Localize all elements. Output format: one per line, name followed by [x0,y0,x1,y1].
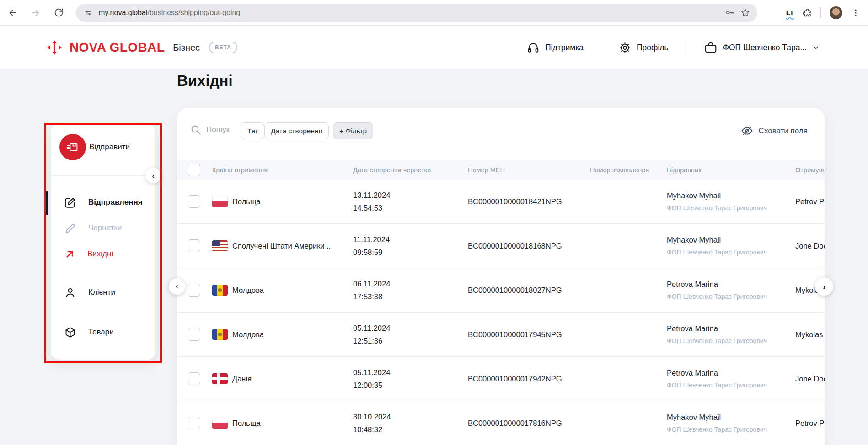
search-icon [190,124,202,136]
table-row[interactable]: Молдова 06.11.2024 17:53:38 BC0000010000… [177,268,825,313]
created-time: 09:58:59 [353,248,390,257]
package-icon [64,326,76,339]
cell-sender: Myhakov Myhail ФОП Шевченко Тарас Григор… [667,413,767,433]
sender-name: Petrova Marina [667,324,767,333]
sidebar-item-drafts[interactable]: Чернетки [64,219,122,237]
country-flag-icon [212,196,228,207]
sender-name: Myhakov Myhail [667,413,767,422]
back-icon[interactable] [7,7,18,18]
chevron-left-icon: ‹ [176,282,178,291]
browser-profile-avatar[interactable] [830,6,842,19]
cell-country: Польща [232,419,261,428]
address-bar[interactable]: my.nova.global/business/shipping/out-goi… [76,4,757,22]
divider [51,175,155,176]
divider [686,37,686,58]
country-flag-icon [212,285,228,296]
row-checkbox[interactable] [188,328,200,341]
scroll-left-button[interactable]: ‹ [169,278,185,295]
app-header: NOVA GLOBAL Бізнес BETA Підтримка Профіл… [0,26,868,69]
sidebar-item-label: Чернетки [88,223,122,233]
url-path: /business/shipping/out-going [147,9,240,16]
cell-country: Молдова [232,286,264,295]
profile-label: Профіль [637,43,669,53]
send-package-icon [66,140,80,154]
table-row[interactable]: Польща 30.10.2024 10:48:32 BC00000100000… [177,401,825,445]
account-label: ФОП Шевченко Тара... [723,43,807,53]
sidebar-item-products[interactable]: Товари [64,323,114,341]
sidebar: Відправити ‹ Відправлення Чернетки Вихід… [51,124,155,360]
created-date: 05.11.2024 [353,324,390,333]
chevron-right-icon: › [823,281,826,292]
scroll-right-button[interactable]: › [815,277,833,296]
row-checkbox[interactable] [188,417,200,429]
created-time: 17:53:38 [353,292,390,301]
product-label: Бізнес [173,42,200,53]
created-time: 14:54:53 [353,204,390,212]
tag-filter-chip[interactable]: Тег [241,122,264,139]
cell-created: 06.11.2024 17:53:38 [353,280,390,301]
send-button-label: Відправити [89,143,130,152]
cell-sender: Myhakov Myhail ФОП Шевченко Тарас Григор… [667,236,767,256]
lt-extension-icon[interactable]: LT [786,9,794,16]
cell-recipient: Petrov Pe [795,197,825,206]
sender-org: ФОП Шевченко Тарас Григорович [667,204,767,212]
cell-recipient: Mykolas [795,330,823,339]
cell-recipient: Jone Doe [795,242,825,250]
cell-men-number: BC0000010000018027NPG [468,286,562,295]
country-flag-icon [212,373,228,384]
url-text: my.nova.global/business/shipping/out-goi… [99,9,719,17]
outgoing-table-card: Тег Дата створення + Фільтр Сховати поля… [177,108,825,445]
cell-recipient: Jone Doe [795,375,825,383]
forward-icon[interactable] [30,7,41,18]
created-time: 12:51:36 [353,337,390,345]
cell-created: 30.10.2024 10:48:32 [353,413,391,434]
cell-sender: Myhakov Myhail ФОП Шевченко Тарас Григор… [667,191,767,212]
star-icon[interactable] [740,8,750,18]
sidebar-item-outgoing[interactable]: Вихідні [64,245,113,263]
extensions-icon[interactable] [802,8,812,18]
cell-men-number: BC0000010000017945NPG [468,330,562,339]
sidebar-collapse-button[interactable]: ‹ [145,168,161,183]
cell-country: Молдова [232,330,264,339]
cell-created: 11.11.2024 09:58:59 [353,235,390,257]
row-checkbox[interactable] [188,284,200,297]
cell-country: Польща [232,197,261,206]
sidebar-item-shipments[interactable]: Відправлення [64,193,143,212]
chevron-left-icon: ‹ [152,172,155,180]
row-checkbox[interactable] [188,239,200,252]
person-icon [64,286,76,299]
created-date: 30.10.2024 [353,413,391,421]
url-host: my.nova.global [99,9,147,16]
created-time: 10:48:32 [353,425,391,434]
screen: my.nova.global/business/shipping/out-goi… [0,0,868,445]
row-checkbox[interactable] [188,195,200,208]
chevron-down-icon [812,44,820,51]
key-icon[interactable] [724,8,734,18]
hide-fields-button[interactable]: Сховати поля [740,124,808,138]
table-body: Польща 13.11.2024 14:54:53 BC00000100000… [177,180,825,445]
table-row[interactable]: Польща 13.11.2024 14:54:53 BC00000100000… [177,180,825,224]
header-nav: Підтримка Профіль ФОП Шевченко Тара... [527,37,820,58]
sender-name: Myhakov Myhail [667,236,767,244]
select-all-checkbox[interactable] [188,164,200,176]
sidebar-item-clients[interactable]: Клієнти [64,283,115,302]
sender-org: ФОП Шевченко Тарас Григорович [667,337,767,344]
table-row[interactable]: Данія 05.11.2024 12:00:35 BC000001000001… [177,357,825,401]
cell-men-number: BC0000010000017942NPG [468,375,562,383]
row-checkbox[interactable] [188,372,200,385]
support-button[interactable]: Підтримка [527,41,584,54]
reload-icon[interactable] [53,7,64,18]
profile-button[interactable]: Профіль [619,42,669,54]
table-row[interactable]: Молдова 05.11.2024 12:51:36 BC0000010000… [177,313,825,357]
send-button[interactable] [59,134,86,160]
cell-sender: Petrova Marina ФОП Шевченко Тарас Григор… [667,369,767,389]
table-row[interactable]: Сполучені Штати Америки ... 11.11.2024 0… [177,224,825,268]
brand[interactable]: NOVA GLOBAL Бізнес BETA [46,39,237,56]
menu-icon[interactable] [851,8,861,18]
account-menu[interactable]: ФОП Шевченко Тара... [704,41,820,54]
cell-created: 05.11.2024 12:00:35 [353,368,390,390]
tune-icon[interactable] [83,8,93,18]
arrow-up-right-icon [64,249,75,260]
add-filter-chip[interactable]: + Фільтр [333,122,373,139]
date-filter-chip[interactable]: Дата створення [264,122,329,139]
